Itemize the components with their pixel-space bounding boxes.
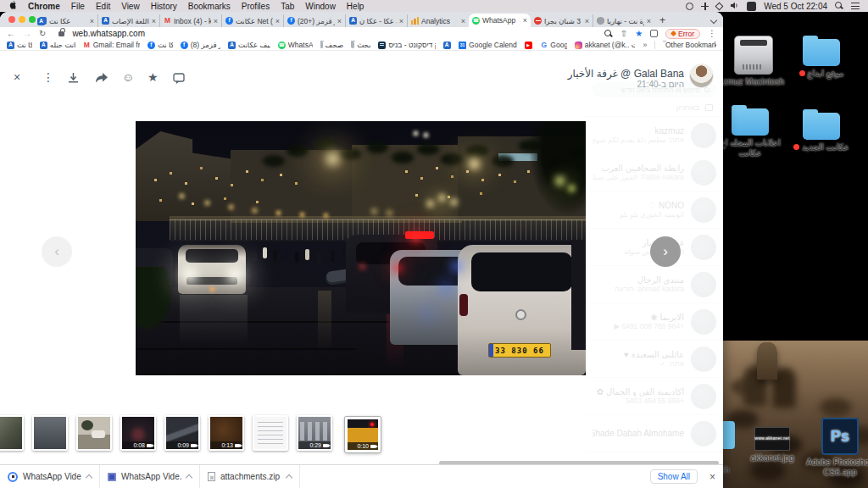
photo-night-street-scene[interactable]: 33 830 66 [136,121,586,375]
menu-help[interactable]: Help [347,2,364,11]
tab-close-icon[interactable]: × [275,17,280,25]
menu-profiles[interactable]: Profiles [242,2,270,11]
tab-analytics[interactable]: Analytics× [407,14,469,27]
media-thumbnail-video[interactable]: 0:08 [120,415,156,451]
menu-window[interactable]: Window [305,2,336,11]
status-circle-icon[interactable] [686,3,693,10]
download-item[interactable]: attachments.zip [200,465,300,488]
tab-archive[interactable]: Aأرشيف عكا - عكا ن× [345,14,407,27]
desktop-icon-macintosh-hd[interactable]: zmuz Macintosh [717,36,790,87]
bookmarks-overflow-icon[interactable]: » [643,41,647,49]
chevron-up-icon[interactable] [86,474,92,481]
tab-close-icon[interactable]: × [647,17,651,25]
download-icon[interactable] [68,73,79,85]
chat-list-item[interactable]: kazmuzאתה: مطعم دلة يقدم لكم شوي [586,117,723,154]
bookmark-youtube[interactable]: ▶ [525,42,533,49]
viewer-menu-icon[interactable]: ⋮ [42,71,54,83]
bookmark-calendar[interactable]: 31Google Calendar -.. [459,41,517,49]
desktop-icon-folder-akkanet-new[interactable]: عكانت الجديد [785,113,858,152]
volume-icon[interactable] [730,2,739,11]
tab-inbox[interactable]: MInbox (4) - kaz× [159,14,221,27]
media-thumbnail-video[interactable]: 0:29 [297,415,332,451]
chat-list-item[interactable]: عائلتي السعيدة ♥אתה: ✓ [586,341,723,378]
bookmark-archive[interactable]: Aأرشيف عكانت [228,41,270,49]
media-thumbnail[interactable] [32,415,68,451]
pinned-tab-akkanet[interactable]: A [37,18,45,25]
chat-list-item[interactable]: Shade Dabah Almohame [586,415,723,452]
desktop-icon-photoshop[interactable]: Ps Adobe Photoshop CS6.app [804,418,868,477]
chevron-up-icon[interactable] [286,474,292,481]
media-thumbnail-text[interactable] [253,415,288,451]
chat-list-item[interactable]: NONO ♡الونسه الجوري يلو يلو [586,191,723,229]
bookmark-google[interactable]: GGoogle [540,41,566,49]
tab-close-icon[interactable]: × [152,17,156,25]
desktop-icon-folder-ads[interactable]: اعلانات المجله اخ عكانت [714,108,787,158]
tab-assennara[interactable]: الصنارة نت - نهاريا× [593,14,654,27]
other-bookmarks[interactable]: Other Bookmarks [663,41,716,49]
tab-close-icon[interactable]: × [214,17,218,25]
chevron-up-icon[interactable] [186,474,192,481]
minimize-window-button[interactable] [19,16,25,23]
menu-bookmarks[interactable]: Bookmarks [188,2,231,11]
spotlight-icon[interactable] [835,2,843,10]
desktop-icon-folder-mawqe[interactable]: موقع ابداع [785,39,858,79]
bookmark-whatsapp[interactable]: ☎WhatsApp [278,41,313,49]
input-source-icon[interactable] [747,2,756,11]
menu-edit[interactable]: Edit [96,2,110,11]
show-all-downloads-button[interactable]: Show All [650,469,698,484]
tab-whatsapp-active[interactable]: ☎WhatsApp× [469,14,531,27]
tab-edit-article[interactable]: Aتحرير اللغة الإصاب× [97,14,159,27]
media-thumbnail[interactable] [76,415,112,451]
next-media-button[interactable]: › [650,236,681,267]
bookmark-akkanet-2[interactable]: Aعكانت حنله [40,41,75,49]
menu-file[interactable]: File [71,2,85,11]
tab-close-icon[interactable]: × [585,17,589,25]
bookmark-instagram[interactable]: akkanet (@k.. عكانت [575,41,636,49]
previous-media-button[interactable]: ‹ [42,236,72,267]
bookmark-bank[interactable]: בנק דיסקונט - בניס.. [378,41,435,49]
menu-view[interactable]: View [121,2,140,11]
star-message-icon[interactable]: ★ [147,71,159,83]
share-icon[interactable]: ⇧ [620,29,627,38]
tab-search-chevron-icon[interactable] [710,17,717,24]
bookmark-facebook-akka[interactable]: fعكا نت [147,41,173,49]
media-thumbnail-selected[interactable]: 0:10 [345,417,381,452]
forward-button[interactable]: → [23,30,31,38]
zoom-page-icon[interactable] [604,30,613,38]
sender-avatar[interactable] [690,64,713,87]
status-plus-icon[interactable] [701,3,709,10]
bookmark-akkanet[interactable]: Aعكا نت [7,41,32,49]
emoji-icon[interactable]: ☺ [122,71,134,83]
side-panel-icon[interactable] [650,30,658,37]
archived-row[interactable]: בארכיון [586,99,723,117]
menu-tab[interactable]: Tab [281,2,294,11]
close-window-button[interactable] [8,16,15,23]
tab-facebook-akkanet[interactable]: fعكانت Net (+20)× [221,14,283,27]
media-thumbnail[interactable] [0,415,24,451]
bookmark-akkanet-icononly[interactable]: A [443,42,452,49]
media-thumbnail-video[interactable]: 0:13 [209,415,244,451]
tab-facebook-munir[interactable]: fمنير قزمز (+20)× [283,14,345,27]
tab-close-icon[interactable]: × [337,17,342,25]
forward-message-icon[interactable] [95,73,108,85]
tab-close-icon[interactable]: × [461,17,465,25]
bookmark-gmail[interactable]: MGmail: Email from.. [83,41,140,49]
bookmark-folder-search[interactable]: بحث [351,41,370,49]
chrome-menu-icon[interactable]: ⋮ [708,29,716,38]
menu-chrome[interactable]: Chrome [28,2,60,11]
apple-menu-icon[interactable] [8,0,17,12]
menu-bar-clock[interactable]: Wed 5 Oct 22:04 [764,2,827,11]
tab-close-icon[interactable]: × [90,17,94,25]
lock-icon[interactable] [58,31,64,36]
download-item[interactable]: WhatsApp Vide....mp4 [0,465,100,488]
tab-close-icon[interactable]: × [523,16,527,25]
notification-center-icon[interactable] [851,3,860,9]
status-diamond-icon[interactable] [715,2,724,10]
chat-bubble-icon[interactable] [173,73,185,86]
extension-error-badge[interactable]: Error [665,29,700,39]
reload-button[interactable]: ↻ [39,30,46,38]
bookmark-facebook-munir[interactable]: fمنير قزمز (8) [181,41,220,49]
back-button[interactable]: ← [7,30,15,38]
bookmark-folder-press[interactable]: صحف [320,41,344,49]
zoom-window-button[interactable] [29,16,36,23]
